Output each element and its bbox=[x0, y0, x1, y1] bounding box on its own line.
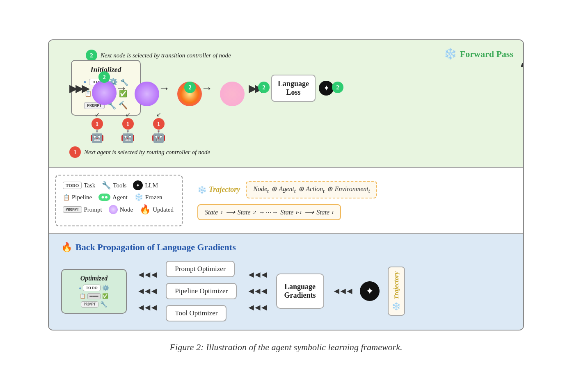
tool-optimizer-label: Tool Optimizer bbox=[175, 309, 217, 317]
annotation-top: 2 Next node is selected by transition co… bbox=[86, 50, 511, 61]
lang-grad-line1: Language bbox=[284, 283, 316, 291]
opt-todo: TO DO bbox=[83, 285, 101, 291]
legend-updated-label: Updated bbox=[153, 206, 174, 213]
main-diagram: ❄️ Forward Pass Initialized ● TO DO ⚙️ bbox=[48, 39, 524, 330]
legend-prompt-label: Prompt bbox=[84, 206, 102, 213]
optimizer-row-3: Tool Optimizer bbox=[166, 305, 237, 321]
left-arrow3: ◄◄◄ bbox=[137, 302, 156, 313]
sub-t2: t bbox=[294, 188, 296, 194]
openai-icon-top: ✦ bbox=[319, 81, 334, 96]
language-loss-line1: Language bbox=[278, 80, 309, 88]
backprop-title-text: Back Propagation of Language Gradients bbox=[76, 242, 236, 253]
annotation-bottom: 1 Next agent is selected by routing cont… bbox=[69, 146, 511, 158]
red-badge3: 1 bbox=[153, 118, 165, 130]
entry-arrow: ▶▶▶ bbox=[69, 82, 88, 95]
arrow-badge-2: 2 bbox=[184, 82, 196, 93]
arrow2: → bbox=[158, 82, 170, 95]
state-chain: State1 ⟶ State2 →⋯→ Statet-1 ⟶ Statet bbox=[197, 204, 341, 220]
pipeline-optimizer-box: Pipeline Optimizer bbox=[166, 283, 237, 299]
bottom-section: 🔥 Back Propagation of Language Gradients… bbox=[49, 234, 523, 330]
snowflake-traj: ❄️ bbox=[197, 185, 206, 194]
legend-tools: 🔧 Tools bbox=[102, 181, 126, 190]
legend-node-label: Node bbox=[120, 206, 133, 213]
arrow-s2s3: →⋯→ bbox=[258, 208, 278, 216]
agent1-group: ↙ 1 🤖 bbox=[90, 111, 104, 143]
node1 bbox=[92, 80, 117, 105]
node4 bbox=[220, 82, 245, 106]
trajectory-right-label: Trajectory bbox=[393, 271, 400, 299]
optimized-icons: ● TO DO ⚙️ 📋 ═══ ✅ PROMPT 🔧 bbox=[68, 285, 120, 308]
openai-icon-legend: ✦ bbox=[133, 180, 143, 190]
legend-pipeline-label: Pipeline bbox=[72, 194, 92, 201]
node2 bbox=[135, 82, 159, 106]
legend-llm: ✦ LLM bbox=[133, 180, 158, 190]
backprop-title: 🔥 Back Propagation of Language Gradients bbox=[61, 242, 511, 253]
red-badge1: 1 bbox=[92, 118, 103, 130]
state-sub-1: 1 bbox=[220, 209, 223, 216]
left-arrow2: ◄◄◄ bbox=[137, 286, 156, 296]
tool-optimizer-box: Tool Optimizer bbox=[166, 305, 227, 321]
node1-badge: 2 bbox=[98, 71, 110, 83]
agent2-icon: 🤖 bbox=[121, 130, 135, 143]
top-inner: Initialized ● TO DO ⚙️ 🔧 📋 ═══ bbox=[61, 48, 511, 159]
trajectory-text: Trajectory bbox=[209, 185, 240, 194]
green-badge-2: 2 bbox=[86, 50, 97, 61]
legend-updated: 🔥 Updated bbox=[140, 204, 174, 215]
agents-row: ↙ 1 🤖 ↙ 1 🤖 ↙ 1 🤖 bbox=[90, 111, 511, 143]
sub-t1: t bbox=[267, 188, 269, 194]
left-arrow7: ◄◄◄ bbox=[332, 286, 352, 296]
page-container: ❄️ Forward Pass Initialized ● TO DO ⚙️ bbox=[40, 23, 532, 369]
legend-row-2: 📋 Pipeline ●● Agent ❄️ Frozen bbox=[63, 193, 175, 202]
agent3-group: ↙ 1 🤖 bbox=[151, 111, 166, 143]
top-section: ❄️ Forward Pass Initialized ● TO DO ⚙️ bbox=[49, 40, 523, 168]
fire-icon-backprop: 🔥 bbox=[61, 242, 72, 253]
pipeline-optimizer-label: Pipeline Optimizer bbox=[175, 287, 228, 295]
opt-row3: PROMPT 🔧 bbox=[81, 301, 107, 308]
prompt-optimizer-label: Prompt Optimizer bbox=[175, 265, 225, 273]
node4-group: 2 bbox=[220, 70, 245, 106]
node-circle-legend bbox=[109, 205, 118, 214]
agent2-group: ↙ 1 🤖 bbox=[121, 111, 135, 143]
left-arrow1: ◄◄◄ bbox=[137, 269, 156, 280]
legend-box: TODO Task 🔧 Tools ✦ LLM 📋 Pipe bbox=[55, 175, 183, 226]
language-loss-box: Language Loss bbox=[271, 75, 316, 102]
arrow-badge-2b: 2 bbox=[258, 82, 270, 93]
lang-grad-box: Language Gradients bbox=[276, 273, 324, 309]
legend-row-1: TODO Task 🔧 Tools ✦ LLM bbox=[63, 180, 175, 190]
annotation-top-text: Next node is selected by transition cont… bbox=[101, 52, 231, 59]
state-sub-t1: t-1 bbox=[296, 209, 302, 216]
legend-frozen: ❄️ Frozen bbox=[134, 193, 162, 202]
trajectory-area: ❄️ Trajectory Nodet ⊕ Agentt ⊕ Actiont ⊕… bbox=[189, 168, 523, 233]
prompt-optimizer-box: Prompt Optimizer bbox=[166, 261, 234, 277]
agent3-icon: 🤖 bbox=[151, 130, 166, 143]
legend-task: TODO Task bbox=[63, 182, 95, 189]
freeze-arrow-container bbox=[519, 53, 524, 155]
sub-t4: t bbox=[368, 188, 370, 194]
snowflake-traj-right: ❄️ bbox=[392, 302, 401, 311]
legend-row-3: PROMPT Prompt Node 🔥 Updated bbox=[63, 204, 175, 215]
legend-node: Node bbox=[109, 205, 133, 214]
trajectory-row-2: State1 ⟶ State2 →⋯→ Statet-1 ⟶ Statet bbox=[197, 204, 515, 220]
legend-prompt: PROMPT Prompt bbox=[63, 206, 102, 213]
red-badge2: 1 bbox=[122, 118, 134, 130]
optimizer-row-1: Prompt Optimizer bbox=[166, 261, 237, 277]
language-loss-line2: Loss bbox=[278, 88, 309, 97]
arrow-badge-2c: 2 bbox=[332, 82, 343, 93]
fire-icon-legend: 🔥 bbox=[140, 204, 151, 215]
node2-group: 2 bbox=[135, 70, 159, 106]
lang-grad-line2: Gradients bbox=[284, 291, 316, 300]
trajectory-formula: Nodet ⊕ Agentt ⊕ Actiont ⊕ Environmentt bbox=[246, 181, 377, 198]
arrow-st1st: ⟶ bbox=[304, 208, 314, 216]
agent1-icon: 🤖 bbox=[90, 130, 104, 143]
optimized-box: Optimized ● TO DO ⚙️ 📋 ═══ ✅ bbox=[61, 269, 127, 314]
opt-row2: 📋 ═══ ✅ bbox=[80, 293, 108, 299]
legend-agent-label: Agent bbox=[112, 194, 128, 201]
opt-pipeline: ═══ bbox=[87, 293, 100, 299]
arrows-col1: ◄◄◄ ◄◄◄ ◄◄◄ bbox=[137, 269, 156, 313]
left-arrow5: ◄◄◄ bbox=[247, 286, 266, 296]
nodes-container: ▶▶▶ 2 → 2 2 bbox=[69, 70, 511, 106]
freeze-arrow-svg bbox=[519, 63, 524, 145]
legend-llm-label: LLM bbox=[145, 182, 158, 189]
snowflake-legend: ❄️ bbox=[134, 193, 143, 202]
figure-caption: Figure 2: Illustration of the agent symb… bbox=[48, 342, 524, 353]
